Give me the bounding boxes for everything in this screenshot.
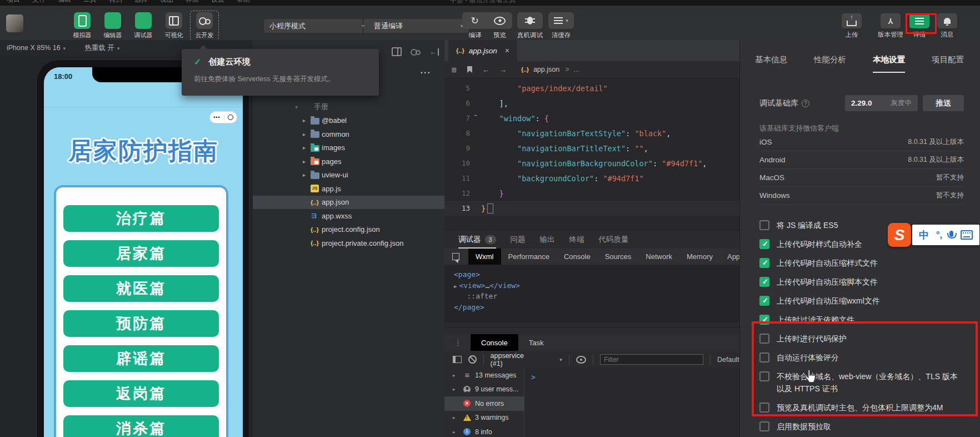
device-debug-button[interactable]	[517, 12, 543, 29]
context-select[interactable]: appservice (#1)▾	[491, 352, 562, 368]
menu-item[interactable]: 工具	[83, 0, 97, 4]
tree-caret-icon[interactable]: ▾	[295, 104, 303, 110]
code-line[interactable]: 6 ],	[444, 96, 739, 111]
wxml-node[interactable]: </page>	[454, 302, 739, 313]
menu-item[interactable]: 选择	[134, 0, 148, 4]
settings-tab[interactable]: 性能分析	[814, 54, 846, 73]
more-actions[interactable]: ...	[421, 66, 431, 76]
file-tree-row[interactable]: app.json	[253, 196, 444, 210]
code-line[interactable]: 10 "navigationBarBackgroundColor": "#94d…	[444, 156, 739, 171]
code-line[interactable]: 9 "navigationBarTitleText": "",	[444, 141, 739, 156]
file-tree-row[interactable]: app.js	[253, 182, 444, 196]
nav-button[interactable]: 辟谣篇	[63, 345, 219, 372]
checkbox[interactable]	[759, 258, 769, 268]
toolbar-tool-button[interactable]: 模拟器	[69, 12, 95, 39]
devtools-tab[interactable]: Network	[638, 249, 679, 265]
checkbox[interactable]	[759, 403, 769, 413]
code-editor[interactable]: 5 "pages/index/detail" 6 ], 7 "window": …	[444, 78, 739, 232]
clear-cache-button[interactable]: ▾	[548, 12, 574, 29]
settings-tab[interactable]: 项目配置	[932, 54, 964, 73]
clear-console-icon[interactable]	[468, 355, 476, 364]
devtools-tab[interactable]: Performance	[501, 249, 557, 265]
file-tree-row[interactable]: ▸ pages	[253, 155, 444, 168]
editor-tab-appjson[interactable]: {..} app.json ×	[448, 40, 517, 61]
message-button[interactable]	[937, 13, 957, 28]
console-filter-input[interactable]	[600, 354, 703, 365]
setting-row[interactable]: 上传代码时自动压缩wxml文件	[759, 295, 964, 307]
checkbox[interactable]	[759, 315, 769, 325]
microphone-icon[interactable]	[949, 231, 953, 237]
nav-button[interactable]: 居家篇	[63, 240, 219, 267]
expand-caret-icon[interactable]: ▸	[453, 415, 459, 420]
expand-caret-icon[interactable]: ▸	[453, 429, 459, 435]
debugger-tab[interactable]: 问题	[511, 230, 526, 249]
code-line[interactable]: 12 }	[444, 186, 739, 201]
setting-row[interactable]: 不校验合法域名、web-view（业务域名）、TLS 版本以及 HTTPS 证书	[759, 370, 964, 395]
devtools-tab[interactable]: Wxml	[468, 249, 501, 265]
mode-select[interactable]: 小程序模式 ▾	[264, 19, 370, 33]
code-line[interactable]: 8 "navigationBarTextStyle": "black",	[444, 126, 739, 141]
expand-caret-icon[interactable]: ▸	[453, 386, 459, 392]
log-levels-select[interactable]: Default levels	[717, 356, 739, 364]
file-tree-row[interactable]: ▸ common	[253, 127, 444, 141]
checkbox[interactable]	[759, 421, 769, 431]
menu-item[interactable]: 文件	[32, 0, 46, 4]
menu-item[interactable]: 帮助	[237, 0, 250, 4]
setting-row[interactable]: 自动运行体验评分	[759, 351, 964, 364]
more-icon[interactable]: •••	[213, 115, 220, 120]
upload-button[interactable]	[842, 13, 862, 28]
menu-item[interactable]: 转到	[109, 0, 122, 4]
ime-punct[interactable]: °,	[936, 230, 942, 240]
code-line[interactable]: 5 "pages/index/detail"	[444, 81, 739, 96]
checkbox[interactable]	[759, 371, 769, 381]
file-tree-row[interactable]: project.config.json	[253, 223, 444, 237]
file-tree-row[interactable]: ▸ @babel	[253, 114, 444, 128]
kebab-menu-icon[interactable]: ⋮	[454, 339, 462, 347]
compile-mode-select[interactable]: 普通编译 ▾	[368, 19, 469, 33]
collapse-sidebar-icon[interactable]: ←	[429, 48, 439, 56]
setting-row[interactable]: 预览及真机调试时主包、分包体积上限调整为4M	[759, 401, 964, 414]
setting-row[interactable]: 上传时过滤无依赖文件	[759, 314, 964, 326]
checkbox[interactable]	[759, 334, 769, 344]
toolbar-tool-button[interactable]: 编辑器	[100, 12, 126, 39]
cloud-icon[interactable]	[411, 49, 421, 54]
sidebar-toggle-icon[interactable]	[453, 356, 462, 363]
close-circle-icon[interactable]	[228, 115, 233, 120]
file-tree-row[interactable]: ▸ images	[253, 141, 444, 155]
console-group-row[interactable]: No errors	[444, 396, 524, 411]
nav-button[interactable]: 消杀篇	[63, 415, 219, 437]
debugger-tab[interactable]: 代码质量	[599, 230, 629, 249]
device-select[interactable]: iPhone X 85% 16▾	[7, 44, 66, 52]
file-tree-row[interactable]: app.wxss	[253, 209, 444, 223]
console-group-row[interactable]: ▸ 13 messages	[444, 368, 524, 383]
settings-tab[interactable]: 本地设置	[873, 54, 905, 73]
nav-button[interactable]: 返岗篇	[63, 380, 219, 407]
outline-icon[interactable]: ≣	[451, 66, 457, 74]
hot-reload-select[interactable]: 热重载 开▾	[84, 43, 119, 53]
devtools-tab[interactable]: Console	[557, 249, 598, 265]
help-icon[interactable]	[802, 100, 809, 107]
console-group-row[interactable]: ▸ 9 user mess...	[444, 383, 524, 397]
fold-icon[interactable]	[470, 114, 481, 123]
version-control-button[interactable]: Y	[881, 13, 901, 28]
menu-item[interactable]: 编辑	[58, 0, 71, 4]
checkbox[interactable]	[759, 352, 769, 362]
toolbar-tool-button[interactable]: 可视化	[161, 12, 187, 39]
console-output[interactable]: >	[524, 368, 739, 437]
bookmark-icon[interactable]	[467, 66, 472, 73]
menu-item[interactable]: 视图	[160, 0, 173, 4]
devtools-tab[interactable]: AppData	[720, 249, 739, 265]
debugger-tab[interactable]: 输出	[540, 230, 555, 249]
toolbar-tool-button[interactable]: 调试器	[131, 12, 156, 39]
forward-icon[interactable]: →	[499, 66, 507, 74]
checkbox[interactable]	[759, 296, 769, 306]
split-editor-icon[interactable]	[392, 47, 402, 56]
breadcrumb-file[interactable]: app.json	[533, 66, 559, 73]
console-tab[interactable]: Console	[471, 334, 518, 351]
preview-button[interactable]	[487, 12, 512, 29]
console-tab[interactable]: Task	[518, 334, 554, 351]
tree-caret-icon[interactable]: ▸	[303, 158, 311, 165]
code-line[interactable]: 11 "backgroundColor": "#94d7f1"	[444, 171, 739, 186]
wxml-node[interactable]: <page>	[454, 269, 739, 280]
library-version-select[interactable]: 2.29.0 灰度中	[845, 95, 918, 111]
